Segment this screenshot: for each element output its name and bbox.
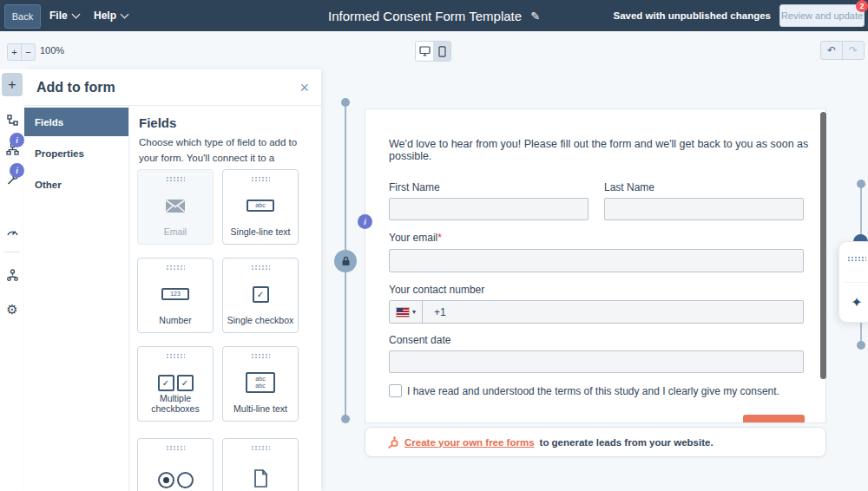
consent-checkbox-label: I have read and understood the terms of …	[407, 385, 779, 397]
properties-info-badge[interactable]: i	[10, 133, 24, 147]
free-forms-banner: Create your own free forms to generate l…	[365, 427, 826, 457]
edit-title-pencil-icon[interactable]: ✎	[530, 10, 540, 23]
review-and-update-button[interactable]: Review and update 2	[779, 4, 865, 27]
drag-handle-icon	[251, 445, 270, 450]
multi-line-text-icon: abcabc	[223, 368, 298, 397]
right-connector-top-dot	[857, 180, 865, 188]
style-info-badge[interactable]: i	[10, 163, 24, 178]
rail-divider	[4, 252, 20, 252]
zoom-out-button[interactable]: −	[22, 44, 35, 60]
saved-status: Saved with unpublished changes	[614, 10, 771, 21]
drag-handle-icon	[166, 353, 185, 358]
first-name-label: First Name	[389, 181, 440, 193]
drag-handle-icon	[251, 265, 270, 270]
single-checkbox-icon: ✓	[223, 279, 298, 309]
mobile-preview-button[interactable]	[433, 42, 450, 61]
tab-properties[interactable]: Properties	[24, 139, 128, 167]
phone-input[interactable]: ▾ +1	[389, 300, 804, 324]
caret-down-icon: ▾	[412, 308, 416, 316]
last-name-input[interactable]	[604, 198, 804, 220]
radio-buttons-icon	[138, 465, 213, 491]
workflow-connections-icon[interactable]	[0, 265, 24, 285]
us-flag-icon	[396, 307, 410, 318]
floating-tools-card: ✦	[838, 241, 868, 323]
drag-handle-icon	[251, 353, 270, 358]
canvas-scrollbar[interactable]	[820, 112, 826, 379]
page-title: Informed Consent Form Template	[328, 9, 522, 23]
drag-handle-icon	[166, 445, 185, 450]
consent-date-input[interactable]	[389, 350, 804, 373]
monitor-icon	[419, 46, 431, 56]
help-menu[interactable]: Help	[94, 0, 128, 31]
email-field-info-badge[interactable]: i	[358, 214, 372, 229]
back-button[interactable]: Back	[4, 4, 41, 29]
first-name-input[interactable]	[389, 198, 589, 220]
undo-button[interactable]: ↶	[821, 42, 843, 59]
changes-count-badge: 2	[856, 0, 868, 12]
tools-card-divider	[845, 282, 868, 283]
zoom-level: 100%	[40, 45, 64, 56]
panel-title: Add to form	[36, 80, 115, 95]
submit-button-partial[interactable]	[743, 415, 805, 422]
field-card-multiple-checkboxes[interactable]: ✓✓ Multiple checkboxes	[137, 346, 214, 422]
drag-handle-icon	[251, 176, 270, 181]
dial-code: +1	[423, 301, 446, 323]
chevron-down-icon	[121, 10, 129, 19]
single-line-text-icon: abc	[223, 191, 298, 220]
panel-header: Add to form ×	[24, 69, 321, 106]
connector-top-dot	[341, 98, 350, 107]
email-label: Your email*	[389, 232, 442, 244]
number-icon: 123	[138, 279, 213, 309]
consent-checkbox[interactable]	[389, 384, 402, 397]
form-editor-app: Back File Help Informed Consent Form Tem…	[0, 0, 868, 491]
undo-redo-control: ↶ ↷	[820, 41, 865, 60]
consent-date-label: Consent date	[389, 334, 450, 346]
email-icon	[138, 191, 213, 220]
phone-label: Your contact number	[389, 284, 484, 296]
tab-other[interactable]: Other	[24, 170, 128, 199]
form-intro-text: We'd love to hear from you! Please fill …	[389, 138, 825, 162]
banner-text: to generate leads from your website.	[540, 437, 713, 448]
last-name-label: Last Name	[604, 181, 654, 193]
settings-gear-icon[interactable]: ⚙	[0, 300, 24, 319]
ai-sparkle-icon[interactable]: ✦	[839, 287, 868, 317]
field-card-multi-line-text[interactable]: abcabc Multi-line text	[222, 346, 299, 422]
create-free-forms-link[interactable]: Create your own free forms	[404, 437, 535, 448]
phone-icon	[438, 46, 446, 57]
right-connector-bottom-dot	[857, 341, 865, 350]
zoom-control: + −	[7, 43, 36, 61]
drag-handle-icon	[166, 176, 185, 181]
add-to-form-rail-button[interactable]: +	[2, 73, 23, 96]
required-asterisk: *	[437, 232, 442, 244]
desktop-preview-button[interactable]	[416, 42, 433, 61]
lock-icon	[341, 256, 351, 266]
field-card-email[interactable]: Email	[137, 169, 214, 245]
form-preview-canvas: We'd love to hear from you! Please fill …	[365, 108, 826, 423]
drag-handle-icon[interactable]	[847, 256, 866, 262]
zoom-in-button[interactable]: +	[8, 44, 22, 60]
chevron-down-icon	[71, 10, 80, 19]
device-preview-toggle	[415, 41, 451, 62]
performance-gauge-icon[interactable]	[0, 222, 24, 241]
file-icon	[223, 463, 298, 491]
field-card-single-checkbox[interactable]: ✓ Single checkbox	[222, 258, 299, 333]
save-status-area: Saved with unpublished changes Review an…	[614, 0, 865, 31]
close-icon[interactable]: ×	[299, 80, 309, 95]
country-code-dropdown[interactable]: ▾	[390, 301, 423, 323]
connector-bottom-dot	[341, 415, 350, 423]
logic-builder-icon[interactable]	[0, 111, 24, 130]
field-card-single-line-text[interactable]: abc Single-line text	[222, 169, 299, 245]
hubspot-sprocket-icon	[388, 436, 399, 448]
panel-divider	[128, 106, 129, 491]
top-navbar: Back File Help Informed Consent Form Tem…	[0, 0, 868, 31]
redo-button[interactable]: ↷	[843, 42, 864, 59]
tab-fields[interactable]: Fields	[24, 108, 128, 136]
field-card-radio[interactable]	[137, 438, 214, 491]
drag-handle-icon	[166, 265, 185, 270]
email-input[interactable]	[389, 249, 804, 272]
fields-heading: Fields	[139, 115, 176, 130]
field-card-file[interactable]	[222, 438, 299, 491]
field-card-number[interactable]: 123 Number	[137, 258, 214, 333]
file-menu[interactable]: File	[49, 0, 79, 31]
lock-connector-handle[interactable]	[334, 250, 357, 272]
